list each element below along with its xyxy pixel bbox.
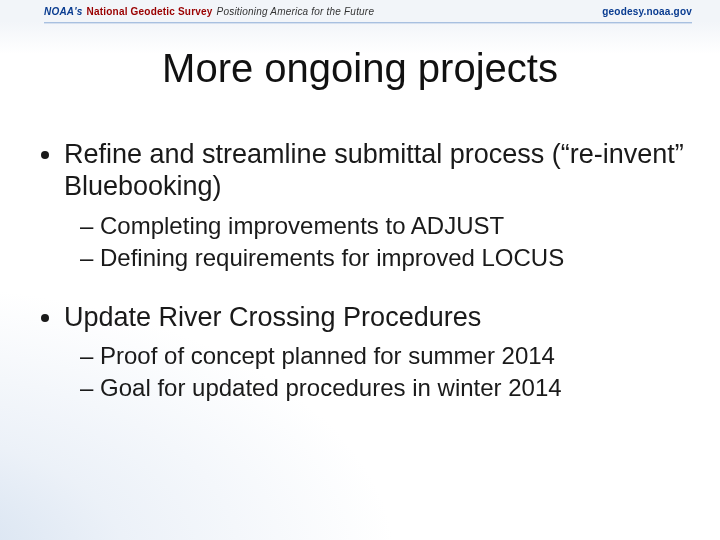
slide-body: Refine and streamline submittal process …: [36, 138, 684, 431]
slide: NOAA's National Geodetic Survey Position…: [0, 0, 720, 540]
sub-bullet-list: Proof of concept planned for summer 2014…: [64, 341, 684, 403]
header-tagline: Positioning America for the Future: [217, 6, 375, 17]
sub-bullet-item: Proof of concept planned for summer 2014: [80, 341, 684, 371]
header-divider: [44, 22, 692, 23]
bullet-text: Refine and streamline submittal process …: [64, 139, 684, 201]
bullet-list: Refine and streamline submittal process …: [36, 138, 684, 403]
header-url: geodesy.noaa.gov: [602, 6, 692, 17]
sub-bullet-item: Completing improvements to ADJUST: [80, 211, 684, 241]
header-brand: NOAA's National Geodetic Survey Position…: [44, 6, 374, 17]
bullet-item: Update River Crossing Procedures Proof o…: [64, 301, 684, 403]
header-band: NOAA's National Geodetic Survey Position…: [0, 0, 720, 22]
header-program: National Geodetic Survey: [87, 6, 213, 17]
sub-bullet-item: Defining requirements for improved LOCUS: [80, 243, 684, 273]
header-agency: NOAA's: [44, 6, 83, 17]
slide-title: More ongoing projects: [0, 46, 720, 91]
sub-bullet-item: Goal for updated procedures in winter 20…: [80, 373, 684, 403]
bullet-item: Refine and streamline submittal process …: [64, 138, 684, 273]
sub-bullet-list: Completing improvements to ADJUST Defini…: [64, 211, 684, 273]
bullet-text: Update River Crossing Procedures: [64, 302, 481, 332]
